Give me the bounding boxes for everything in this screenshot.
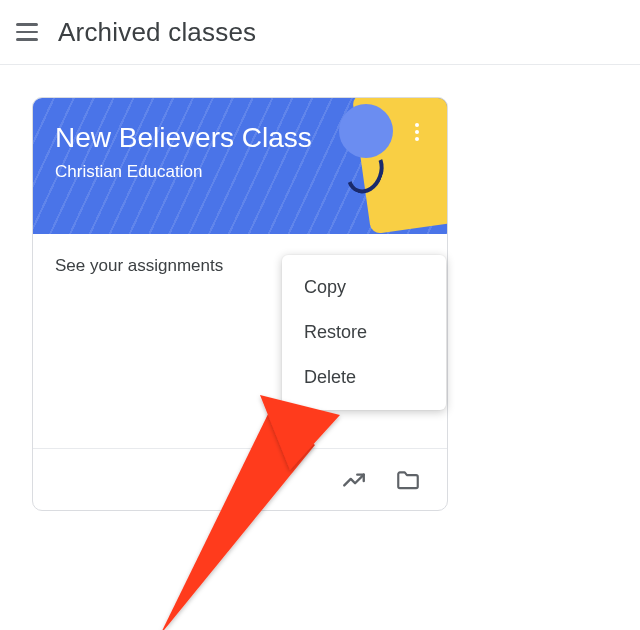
menu-icon[interactable]	[16, 20, 40, 44]
menu-item-delete[interactable]: Delete	[282, 355, 446, 400]
card-header[interactable]: New Believers Class Christian Education	[33, 98, 447, 234]
more-options-icon[interactable]	[405, 120, 429, 144]
folder-icon[interactable]	[395, 467, 421, 493]
class-title: New Believers Class	[55, 122, 425, 154]
context-menu: Copy Restore Delete	[282, 255, 446, 410]
page-title: Archived classes	[58, 17, 256, 48]
trending-up-icon[interactable]	[341, 467, 367, 493]
menu-item-restore[interactable]: Restore	[282, 310, 446, 355]
class-subtitle: Christian Education	[55, 162, 425, 182]
menu-item-copy[interactable]: Copy	[282, 265, 446, 310]
